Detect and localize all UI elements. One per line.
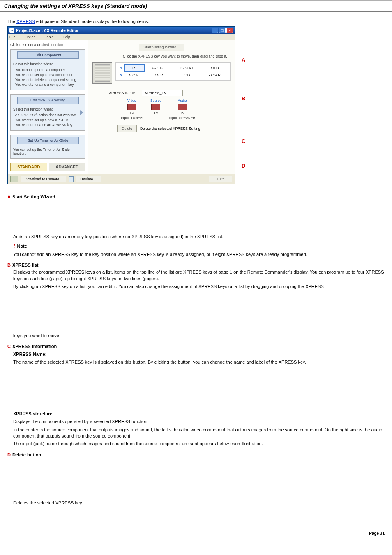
tv-icon (178, 104, 187, 110)
callout-b: B (242, 95, 245, 101)
download-button[interactable]: Download to Remote... (21, 176, 66, 182)
source-column: Source TV (150, 99, 161, 120)
source-device: TV (150, 111, 161, 115)
callout-d: D (242, 163, 245, 169)
xpress-key-vcr[interactable]: VCR (124, 72, 144, 79)
section-d-title: Delete button (12, 452, 41, 457)
xpress-info-box: XPRESS Name: XPRESS_TV Video TV Input: T… (109, 90, 208, 120)
window-close-button[interactable]: × (226, 28, 233, 33)
emulate-icon (69, 176, 74, 182)
xpress-key-tv[interactable]: TV (124, 65, 144, 72)
xpress-structure-p3: The input (jack) name through which imag… (13, 441, 385, 447)
audio-column: Audio TV Input: SPEAKER (169, 99, 196, 120)
section-a-head: AStart Setting Wizard (7, 194, 385, 199)
left-panel: Click to select a desired function. Edit… (8, 40, 88, 174)
section-b-p1: Displays the programmed XPRESS keys on a… (13, 269, 385, 282)
intro-post: edit pane in Standard mode displays the … (35, 19, 149, 24)
card-edit-xpress: Edit XPRESS Setting Select this function… (10, 94, 85, 131)
emulate-button[interactable]: Emulate ... (76, 176, 101, 182)
note-icon: ! (13, 242, 15, 251)
tv-icon (151, 104, 160, 110)
window-footer: Download to Remote... Emulate ... Exit (8, 174, 235, 184)
page-title-bar: Changing the settings of XPRESS keys (St… (0, 0, 392, 12)
xpress-key-dvr[interactable]: DVR (144, 72, 173, 79)
card2-head: Select this function when: (11, 106, 85, 111)
xpress-key-dvd[interactable]: DVD (201, 65, 228, 72)
screenshot-figure: ✦ Project1.axe - AX Remote Editor _ □ × … (7, 26, 262, 184)
xpress-name-subhead: XPRESS Name: (13, 351, 385, 357)
timer-airslide-button[interactable]: Set Up Timer or Air-Slide (17, 137, 79, 144)
section-a-title: Start Setting Wizard (12, 194, 55, 199)
xpress-key-grid: 1 TV A-CBL D-SAT DVD 2 VCR DVR (115, 62, 231, 81)
card-edit-component: Edit Component Select this function when… (10, 49, 85, 90)
app-window: ✦ Project1.axe - AX Remote Editor _ □ × … (7, 26, 235, 184)
menu-file[interactable]: File (9, 35, 20, 39)
callout-c: C (242, 138, 245, 144)
video-input: Input: TUNER (121, 116, 143, 120)
note-head: ! Note (13, 242, 385, 251)
section-d-head: DDelete button (7, 452, 385, 457)
tv-icon (127, 104, 136, 110)
intro-text: The XPRESS edit pane in Standard mode di… (7, 19, 385, 24)
window-title: Project1.axe - AX Remote Editor (16, 28, 212, 33)
standard-mode-button[interactable]: STANDARD (10, 163, 47, 171)
source-header: Source (150, 99, 161, 103)
section-c-head: CXPRESS information (7, 344, 385, 349)
card1-item: - You want to rename a component key. (13, 83, 83, 87)
xpress-link[interactable]: XPRESS (16, 19, 35, 24)
row-num: 2 (118, 72, 124, 79)
section-b-p2: By clicking an XPRESS key on a list, you… (13, 283, 385, 290)
window-minimize-button[interactable]: _ (212, 28, 218, 33)
video-device: TV (121, 111, 143, 115)
advanced-mode-button[interactable]: ADVANCED (49, 163, 86, 171)
menu-help[interactable]: Help (62, 35, 74, 39)
page-number: Page 31 (369, 531, 385, 536)
footer-icon (10, 176, 18, 182)
row-num: 1 (118, 65, 124, 72)
card1-item: - You want to set up a new component. (13, 73, 83, 77)
arrow-icon (80, 110, 83, 115)
audio-header: Audio (169, 99, 196, 103)
letter-c: C (7, 344, 11, 349)
exit-button[interactable]: Exit (209, 176, 232, 182)
note-label: Note (17, 243, 27, 249)
section-a-p1: Adds an XPRESS key on an empty key posit… (13, 234, 385, 240)
xpress-key-dsat[interactable]: D-SAT (173, 65, 201, 72)
letter-d: D (7, 452, 11, 457)
xpress-structure-p2: In the center is the source component th… (13, 427, 385, 440)
delete-row: Delete Delete the selected XPRESS Settin… (117, 125, 231, 132)
menu-option[interactable]: Option (25, 35, 40, 39)
callout-a: A (242, 57, 245, 63)
page-title: Changing the settings of XPRESS keys (St… (4, 3, 388, 9)
remote-thumbnail (92, 62, 112, 84)
xpress-key-rcvr[interactable]: RCVR (201, 72, 228, 79)
letter-b: B (7, 263, 11, 267)
section-b-head: BXPRESS list (7, 263, 385, 267)
section-c-title: XPRESS information (12, 344, 57, 349)
edit-component-button[interactable]: Edit Component (17, 51, 79, 59)
app-icon: ✦ (9, 28, 14, 33)
delete-button[interactable]: Delete (117, 125, 137, 132)
xpress-name-button[interactable]: XPRESS_TV (142, 90, 183, 96)
audio-input: Input: SPEAKER (169, 116, 196, 120)
xpress-key-acbl[interactable]: A-CBL (144, 65, 173, 72)
card2-item: - An XPRESS function does not work well. (13, 113, 83, 117)
start-setting-wizard-button[interactable]: Start Setting Wizard... (139, 44, 184, 51)
letter-a: A (7, 194, 11, 199)
card2-item: - You want to set up a new XPRESS. (13, 118, 83, 122)
audio-device: TV (169, 111, 196, 115)
drag-hint: Click the XPRESS key you want to move, t… (123, 54, 231, 58)
xpress-key-cd[interactable]: CD (173, 72, 201, 79)
xpress-structure-p1: Displays the components operated by a se… (13, 419, 385, 425)
menu-tools[interactable]: Tools (45, 35, 58, 39)
video-column: Video TV Input: TUNER (121, 99, 143, 120)
section-b-title: XPRESS list (12, 263, 39, 267)
video-header: Video (121, 99, 143, 103)
window-maximize-button[interactable]: □ (219, 28, 226, 33)
card-timer: Set Up Timer or Air-Slide You can set up… (10, 135, 85, 159)
window-titlebar: ✦ Project1.axe - AX Remote Editor _ □ × (8, 27, 235, 34)
edit-xpress-button[interactable]: Edit XPRESS Setting (17, 97, 79, 104)
section-b-p3: keys you want to move. (13, 333, 385, 339)
xpress-structure-subhead: XPRESS structure: (13, 411, 385, 417)
xpress-structure: Video TV Input: TUNER Source TV (117, 99, 199, 120)
